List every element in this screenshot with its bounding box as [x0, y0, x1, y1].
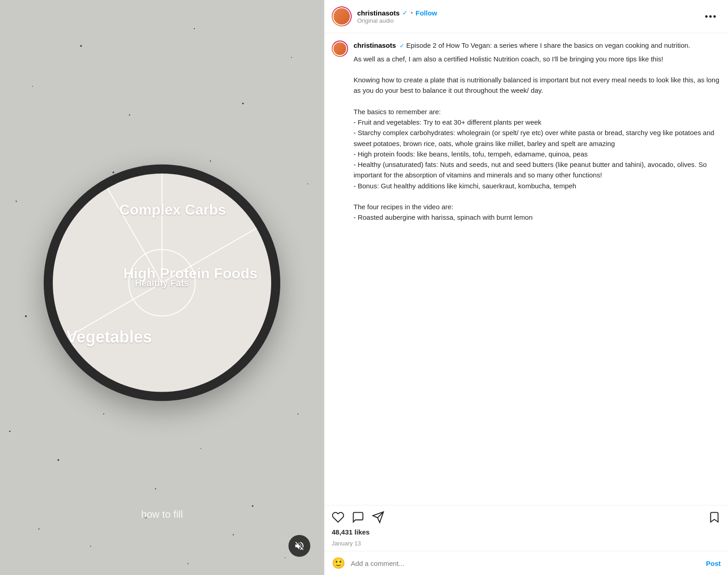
actions-bar	[324, 505, 728, 526]
plate-inner: Healthy Fats Complex Carbs High Protein …	[53, 174, 271, 392]
plate-outer-rim: Healthy Fats Complex Carbs High Protein …	[44, 165, 280, 401]
caption-header: christinasots ✓ Episode 2 of How To Vega…	[332, 40, 721, 223]
caption-username[interactable]: christinasots	[354, 41, 396, 49]
caption-verified: ✓	[399, 42, 404, 49]
caption-avatar[interactable]	[332, 40, 348, 57]
date-row: January 13	[324, 538, 728, 551]
post-date: January 13	[332, 540, 361, 547]
center-circle: Healthy Fats	[128, 249, 196, 317]
comment-button[interactable]	[352, 511, 364, 524]
likes-row: 48,431 likes	[324, 526, 728, 538]
mute-button[interactable]	[288, 535, 310, 557]
header-username[interactable]: christinasots	[357, 9, 399, 17]
caption-text-line1: Episode 2 of How To Vegan: a series wher…	[406, 41, 690, 49]
add-comment-bar: 🙂 Post	[324, 551, 728, 575]
bookmark-icon	[708, 511, 721, 524]
header-avatar[interactable]	[332, 6, 352, 26]
share-button[interactable]	[372, 511, 384, 524]
bookmark-button[interactable]	[708, 511, 721, 524]
bottom-caption-text: how to fill	[141, 509, 183, 520]
right-panel: christinasots ✓ • Follow Original audio …	[324, 0, 728, 575]
post-comment-button[interactable]: Post	[706, 560, 721, 567]
media-panel: Healthy Fats Complex Carbs High Protein …	[0, 0, 324, 575]
caption-text-block: christinasots ✓ Episode 2 of How To Vega…	[354, 40, 721, 223]
share-icon	[372, 511, 384, 524]
likes-count[interactable]: 48,431 likes	[332, 528, 369, 536]
like-button[interactable]	[332, 511, 344, 524]
follow-button[interactable]: Follow	[415, 9, 437, 17]
healthy-fats-label: Healthy Fats	[135, 277, 189, 288]
dot-separator: •	[410, 9, 413, 16]
verified-badge: ✓	[402, 9, 408, 16]
emoji-button[interactable]: 🙂	[332, 557, 345, 570]
username-row: christinasots ✓ • Follow	[357, 9, 701, 17]
comment-input[interactable]	[351, 560, 700, 567]
caption-body: As well as a chef, I am also a certified…	[354, 54, 721, 223]
post-header: christinasots ✓ • Follow Original audio …	[324, 0, 728, 33]
original-audio-label: Original audio	[357, 17, 701, 24]
complex-carbs-label: Complex Carbs	[119, 201, 226, 218]
mute-icon	[294, 540, 305, 551]
plate-diagram: Healthy Fats Complex Carbs High Protein …	[44, 165, 280, 401]
caption-area[interactable]: christinasots ✓ Episode 2 of How To Vega…	[324, 33, 728, 505]
comment-icon	[352, 511, 364, 524]
vegetables-label: Vegetables	[66, 327, 152, 346]
more-options-button[interactable]: •••	[701, 10, 721, 24]
header-info: christinasots ✓ • Follow Original audio	[357, 9, 701, 24]
heart-icon	[332, 511, 344, 524]
